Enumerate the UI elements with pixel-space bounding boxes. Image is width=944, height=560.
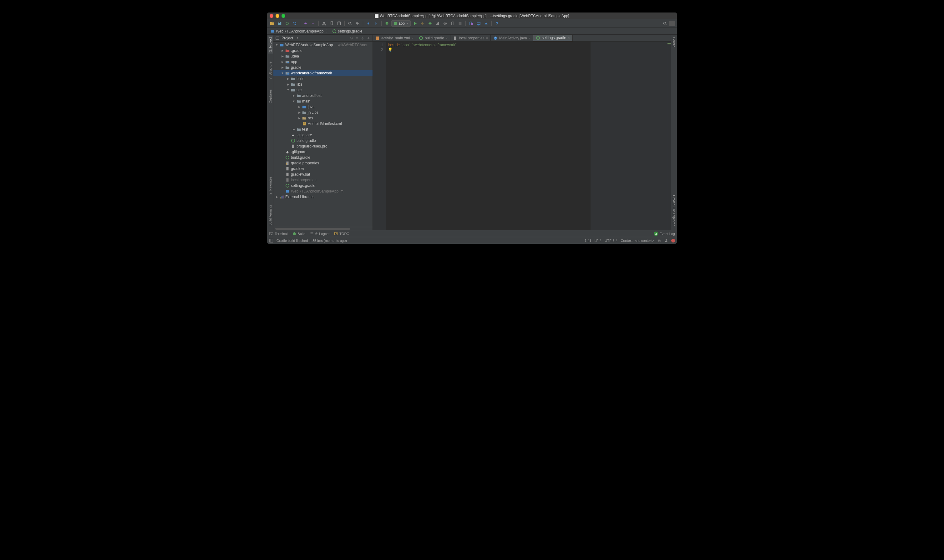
tree-framework[interactable]: ▼webrtcandroidframework: [273, 70, 373, 76]
close-tab-icon[interactable]: ×: [529, 36, 531, 40]
tree-build[interactable]: ▶build: [273, 76, 373, 82]
editor-gutter[interactable]: 1 2: [373, 42, 386, 230]
scroll-from-source-button[interactable]: [349, 35, 354, 41]
avd-manager-button[interactable]: [468, 20, 474, 26]
debug-button[interactable]: [427, 20, 433, 26]
bottom-todo[interactable]: TODO: [334, 232, 349, 236]
tab-local-properties[interactable]: local.properties×: [450, 35, 491, 41]
panel-settings-button[interactable]: [360, 35, 365, 41]
status-error-icon[interactable]: [671, 239, 675, 243]
undo-button[interactable]: [302, 20, 309, 26]
refresh-button[interactable]: [292, 20, 298, 26]
tree-test[interactable]: ▶test: [273, 126, 373, 132]
editor-code[interactable]: include ':app', ":webrtcandroidframework…: [386, 42, 590, 230]
collapse-all-button[interactable]: [355, 35, 359, 41]
tree-gradlew[interactable]: gradlew: [273, 166, 373, 172]
tree-libs[interactable]: ▶libs: [273, 82, 373, 87]
find-button[interactable]: [347, 20, 353, 26]
close-tab-icon[interactable]: ×: [568, 36, 569, 40]
download-button[interactable]: [483, 20, 489, 26]
status-line-separator[interactable]: LF⇕: [594, 239, 602, 243]
open-button[interactable]: [269, 20, 275, 26]
copy-button[interactable]: [329, 20, 335, 26]
paste-button[interactable]: [336, 20, 342, 26]
breadcrumb-file[interactable]: settings.gradle: [331, 28, 364, 34]
tree-proguard[interactable]: proguard-rules.pro: [273, 143, 373, 149]
error-stripe[interactable]: [667, 42, 671, 230]
tree-gradlew-bat[interactable]: gradlew.bat: [273, 172, 373, 177]
rail-structure[interactable]: 7: Structure: [268, 60, 273, 81]
tree-idea[interactable]: ▶.idea: [273, 54, 373, 59]
attach-process-button[interactable]: [449, 20, 456, 26]
make-button[interactable]: [384, 20, 390, 26]
tab-activity-main[interactable]: activity_main.xml×: [373, 35, 416, 41]
run-button[interactable]: [412, 20, 418, 26]
project-view-selector[interactable]: Project▼: [275, 36, 347, 40]
tab-settings-gradle[interactable]: settings.gradle×: [533, 35, 572, 41]
status-lock-icon[interactable]: [657, 239, 661, 243]
save-button[interactable]: [276, 20, 283, 26]
tree-res[interactable]: ▶res: [273, 115, 373, 121]
tab-build-gradle[interactable]: build.gradle×: [416, 35, 450, 41]
back-button[interactable]: [366, 20, 372, 26]
tree-androidtest[interactable]: ▶androidTest: [273, 93, 373, 98]
tab-main-activity[interactable]: CMainActivity.java×: [491, 35, 533, 41]
status-tool-windows-button[interactable]: [269, 238, 273, 243]
rail-favorites[interactable]: 2: Favorites: [268, 175, 273, 196]
tree-gradle-cache[interactable]: ▶.gradle: [273, 48, 373, 54]
tree-root[interactable]: ▼WebRTCAndroidSampleApp~/git/WebRTCAndr: [273, 42, 373, 48]
stop-button[interactable]: [457, 20, 463, 26]
bottom-terminal[interactable]: Terminal: [269, 232, 288, 236]
close-tab-icon[interactable]: ×: [446, 36, 447, 40]
tree-gradle-props[interactable]: gradle.properties: [273, 160, 373, 166]
status-caret-pos[interactable]: 1:41: [585, 239, 591, 243]
tree-app[interactable]: ▶app: [273, 59, 373, 65]
tree-manifest[interactable]: AndroidManifest.xml: [273, 121, 373, 126]
project-tree[interactable]: ▼WebRTCAndroidSampleApp~/git/WebRTCAndr …: [273, 42, 373, 227]
close-tab-icon[interactable]: ×: [411, 36, 413, 40]
status-context[interactable]: Context: <no context>: [620, 239, 654, 243]
profile-button[interactable]: [435, 20, 441, 26]
rail-device-explorer[interactable]: Device File Explorer: [671, 193, 677, 228]
rail-captures[interactable]: Captures: [268, 88, 273, 105]
tree-gitignore-1[interactable]: ◆.gitignore: [273, 132, 373, 138]
close-tab-icon[interactable]: ×: [486, 36, 488, 40]
tree-local-props[interactable]: local.properties: [273, 177, 373, 183]
cut-button[interactable]: [321, 20, 327, 26]
sync-button[interactable]: [284, 20, 290, 26]
user-avatar[interactable]: [669, 21, 675, 26]
left-tool-rail: 1: Project 7: Structure Captures 2: Favo…: [267, 35, 273, 230]
search-everywhere-button[interactable]: [662, 20, 668, 26]
replace-button[interactable]: [355, 20, 361, 26]
hide-panel-button[interactable]: [366, 35, 371, 41]
help-button[interactable]: ?: [494, 20, 500, 26]
tree-settings-gradle[interactable]: settings.gradle: [273, 183, 373, 188]
breadcrumb-root[interactable]: WebRTCAndroidSampleApp: [269, 28, 325, 34]
rail-gradle[interactable]: Gradle: [671, 35, 677, 49]
tree-main[interactable]: ▼main: [273, 98, 373, 104]
tree-gitignore-2[interactable]: ◆.gitignore: [273, 149, 373, 155]
tree-gradle-folder[interactable]: ▶gradle: [273, 65, 373, 70]
bottom-build[interactable]: Build: [292, 232, 305, 236]
redo-button[interactable]: [310, 20, 316, 26]
attach-debugger-button[interactable]: [442, 20, 448, 26]
tree-iml[interactable]: WebRTCAndroidSampleApp.iml: [273, 188, 373, 194]
rail-project[interactable]: 1: Project: [268, 35, 273, 54]
forward-button[interactable]: [373, 20, 379, 26]
tree-hscrollbar[interactable]: [273, 227, 373, 230]
bottom-logcat[interactable]: 6: Logcat: [310, 232, 329, 236]
tree-external-libs[interactable]: ▶External Libraries: [273, 194, 373, 200]
apply-changes-button[interactable]: [420, 20, 426, 26]
status-encoding[interactable]: UTF-8⇕: [605, 239, 617, 243]
bottom-event-log[interactable]: 2Event Log: [654, 232, 675, 236]
rail-build-variants[interactable]: Build Variants: [268, 203, 273, 228]
tree-build-gradle-2[interactable]: build.gradle: [273, 155, 373, 160]
tree-java[interactable]: ▶java: [273, 104, 373, 110]
sdk-manager-button[interactable]: [475, 20, 482, 26]
status-hector-icon[interactable]: [664, 239, 668, 243]
run-config-selector[interactable]: app ▼: [391, 20, 411, 26]
intention-bulb-icon[interactable]: 💡: [388, 48, 393, 52]
tree-jnilibs[interactable]: ▶jniLibs: [273, 110, 373, 115]
tree-src[interactable]: ▼src: [273, 87, 373, 93]
tree-build-gradle-1[interactable]: build.gradle: [273, 138, 373, 143]
